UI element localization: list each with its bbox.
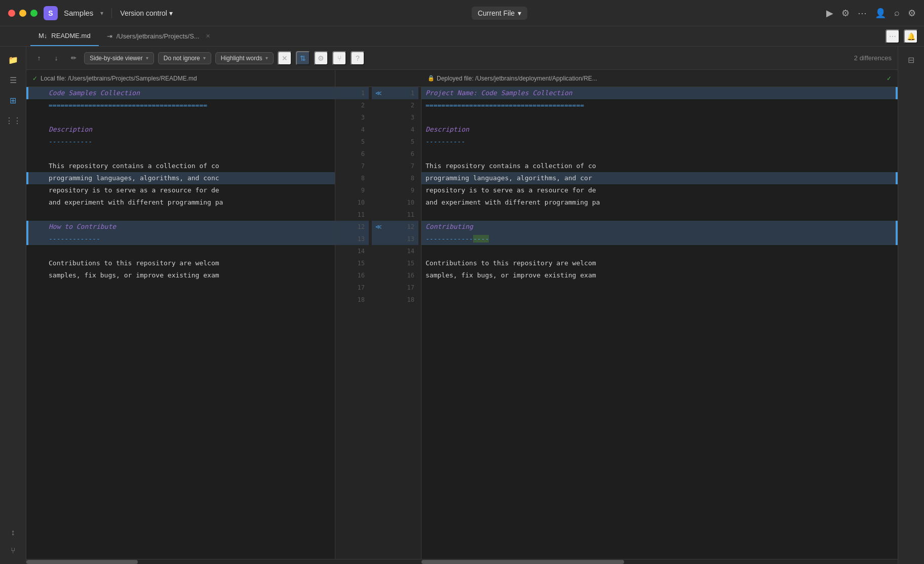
diff-left-panel[interactable]: Code Samples Collection=================… xyxy=(26,87,335,559)
title-bar-center: Current File ▾ xyxy=(179,7,820,20)
nav-up-button[interactable]: ↑ xyxy=(32,52,46,65)
diff-toolbar: ↑ ↓ ✏ Side-by-side viewer ▾ Do not ignor… xyxy=(26,47,898,70)
ignore-selector[interactable]: Do not ignore ▾ xyxy=(158,52,211,64)
edit-button[interactable]: ✏ xyxy=(67,52,80,65)
title-bar-actions: ▶ ⚙ ⋯ 👤 ⌕ ⚙ xyxy=(826,8,916,19)
current-file-button[interactable]: Current File ▾ xyxy=(472,7,527,20)
right-scrollbar-thumb[interactable] xyxy=(421,560,624,564)
ignore-chevron-icon: ▾ xyxy=(203,55,206,61)
file-header-right: 🔒 Deployed file: /Users/jetbrains/deploy… xyxy=(421,70,898,87)
right-scrollbar[interactable] xyxy=(421,559,898,564)
right-sidebar-layout-icon[interactable]: ⊟ xyxy=(902,51,920,69)
diff-content: Code Samples Collection=================… xyxy=(26,87,898,559)
app-name: Samples xyxy=(64,9,93,17)
left-scrollbar-thumb[interactable] xyxy=(26,560,138,564)
lock-icon: 🔒 xyxy=(428,75,435,82)
main-layout: 📁 ☰ ⊞ ⋮⋮ ↕ ⑂ ↑ ↓ ✏ Side-by-side viewer ▾… xyxy=(0,47,924,564)
settings-button[interactable]: ⚙ xyxy=(908,8,916,19)
tab-readme[interactable]: M↓ README.md xyxy=(30,26,99,46)
sidebar-folder-icon[interactable]: 📁 xyxy=(4,51,22,69)
sidebar-panels-icon[interactable]: ⊞ xyxy=(4,91,22,109)
scrollbar-area[interactable] xyxy=(26,559,898,564)
file-header-gutter xyxy=(335,70,421,87)
highlight-words-button[interactable]: Highlight words ▾ xyxy=(215,52,274,64)
right-code-lines: Project Name: Code Samples Collection===… xyxy=(421,87,898,306)
sidebar-diff-icon[interactable]: ↕ xyxy=(4,523,22,542)
right-sidebar: ⊟ xyxy=(898,47,924,564)
left-sidebar: 📁 ☰ ⊞ ⋮⋮ ↕ ⑂ xyxy=(0,47,26,564)
app-name-chevron-icon: ▾ xyxy=(100,10,103,17)
tab-close-icon[interactable]: ✕ xyxy=(206,33,210,39)
viewer-chevron-icon: ▾ xyxy=(146,55,148,61)
diff-settings-button[interactable]: ⚙ xyxy=(314,51,328,65)
nav-down-button[interactable]: ↓ xyxy=(50,52,63,65)
current-file-chevron-icon: ▾ xyxy=(518,9,521,17)
left-code-lines: Code Samples Collection=================… xyxy=(26,87,335,306)
right-file-path: Deployed file: /Users/jetbrains/deployme… xyxy=(437,75,597,82)
close-diff-button[interactable]: ✕ xyxy=(278,51,292,65)
branch-compare-button[interactable]: ⑂ xyxy=(332,51,346,65)
tab-bar-actions: ⋯ 🔔 xyxy=(885,26,924,46)
right-checkmark-icon: ✓ xyxy=(887,75,892,82)
checkmark-icon: ✓ xyxy=(32,75,37,82)
left-file-path: Local file: /Users/jetbrains/Projects/Sa… xyxy=(41,75,197,82)
gutter-layout: 123456789101112131415161718≪≪12345678910… xyxy=(335,87,421,559)
gutter-scrollbar xyxy=(335,559,421,564)
file-header-left: ✓ Local file: /Users/jetbrains/Projects/… xyxy=(26,70,335,87)
sidebar-more-icon[interactable]: ⋮⋮ xyxy=(4,111,22,130)
tab-path-label: /Users/jetbrains/Projects/S... xyxy=(117,32,200,40)
separator xyxy=(111,8,112,18)
tab-bar: M↓ README.md ⇥ /Users/jetbrains/Projects… xyxy=(0,26,924,47)
sidebar-git-icon[interactable]: ⑂ xyxy=(4,542,22,560)
traffic-lights xyxy=(8,10,37,17)
more-options-button[interactable]: ⋯ xyxy=(858,8,867,19)
minimize-button[interactable] xyxy=(19,10,26,17)
diff-gutter: 123456789101112131415161718≪≪12345678910… xyxy=(335,87,421,559)
maximize-button[interactable] xyxy=(30,10,37,17)
sidebar-bottom: ↕ ⑂ xyxy=(4,523,22,560)
diff-right-panel[interactable]: Project Name: Code Samples Collection===… xyxy=(421,87,898,559)
notification-button[interactable]: 🔔 xyxy=(904,29,918,44)
version-control-chevron-icon: ▾ xyxy=(169,9,173,17)
debug-button[interactable]: ⚙ xyxy=(841,8,850,19)
viewer-selector[interactable]: Side-by-side viewer ▾ xyxy=(84,52,154,64)
path-icon: ⇥ xyxy=(107,32,112,40)
file-headers: ✓ Local file: /Users/jetbrains/Projects/… xyxy=(26,70,898,87)
markdown-icon: M↓ xyxy=(38,32,47,39)
help-button[interactable]: ? xyxy=(351,51,365,65)
title-bar: S Samples ▾ Version control ▾ Current Fi… xyxy=(0,0,924,26)
left-scrollbar[interactable] xyxy=(26,559,335,564)
run-button[interactable]: ▶ xyxy=(826,8,833,19)
diff-count: 2 differences xyxy=(854,54,892,62)
version-control-button[interactable]: Version control ▾ xyxy=(120,9,173,17)
close-button[interactable] xyxy=(8,10,15,17)
highlight-chevron-icon: ▾ xyxy=(265,55,268,61)
app-icon: S xyxy=(44,6,58,20)
sync-scroll-button[interactable]: ⇅ xyxy=(296,51,310,65)
search-button[interactable]: ⌕ xyxy=(894,8,900,18)
tab-readme-label: README.md xyxy=(51,32,90,39)
editor-area: ↑ ↓ ✏ Side-by-side viewer ▾ Do not ignor… xyxy=(26,47,898,564)
add-user-button[interactable]: 👤 xyxy=(875,8,886,19)
sidebar-structure-icon[interactable]: ☰ xyxy=(4,71,22,89)
tab-path[interactable]: ⇥ /Users/jetbrains/Projects/S... ✕ xyxy=(99,26,218,46)
tab-settings-button[interactable]: ⋯ xyxy=(885,29,900,44)
